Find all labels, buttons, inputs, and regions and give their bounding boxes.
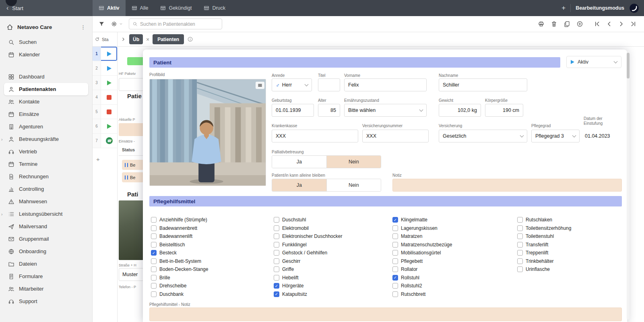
checkbox[interactable] (517, 217, 523, 223)
aid-checkbox-item[interactable]: Boden-Decken-Stange (151, 265, 268, 274)
aid-checkbox-item[interactable]: Treppenlift (517, 249, 622, 257)
titel-input[interactable] (318, 78, 340, 91)
palliativ-ja-button[interactable]: Ja (272, 156, 326, 168)
aid-checkbox-item[interactable]: Badewannenlift (151, 232, 268, 241)
more-dots-icon[interactable]: ⋮ (80, 24, 86, 30)
edit-mode-toggle-icon[interactable] (629, 3, 639, 13)
sidebar-item-leistungsuebersicht[interactable]: › Leistungsübersicht (4, 208, 88, 220)
sidebar-item-mitarbeiter[interactable]: Mitarbeiter (4, 283, 88, 295)
sidebar-item-support[interactable]: Support (4, 295, 88, 308)
checkbox[interactable] (392, 225, 398, 231)
aid-checkbox-item[interactable]: Toilettenstuhl (517, 232, 622, 241)
tab-patienten[interactable]: Patienten (153, 34, 184, 44)
checkbox[interactable] (151, 250, 157, 256)
sidebar-item-suchen[interactable]: Suchen (4, 36, 88, 48)
last-record-icon[interactable] (630, 21, 637, 27)
checkbox[interactable] (392, 283, 398, 289)
checkbox[interactable] (274, 217, 279, 223)
sidebar-item-einsaetze[interactable]: Einsätze (4, 108, 88, 120)
sidebar-item-patientenakten[interactable]: Patientenakten (4, 83, 88, 95)
checkbox[interactable] (392, 258, 398, 264)
checkbox[interactable] (517, 266, 523, 272)
aid-checkbox-item[interactable]: Funkklingel (274, 241, 391, 249)
aid-checkbox-item[interactable]: Rollstuhl2 (392, 282, 510, 290)
aid-checkbox-item[interactable]: Drehscheibe (151, 282, 268, 290)
sidebar-item-betreuungskraefte[interactable]: › Betreuungskräfte (4, 133, 88, 145)
aktuelle-field[interactable] (119, 123, 144, 136)
checkbox[interactable] (151, 233, 157, 239)
checkbox[interactable] (517, 233, 523, 239)
aid-checkbox-item[interactable]: Bett-in-Bett-System (151, 257, 268, 266)
aid-checkbox-item[interactable]: Lagerungskissen (392, 224, 510, 233)
sidebar-item-agenturen[interactable]: Agenturen (4, 120, 88, 133)
checkbox[interactable] (151, 225, 157, 231)
aid-checkbox-item[interactable]: Matratzenschutzbezüge (392, 241, 510, 249)
app-header[interactable]: Netaveo Care ⋮ (0, 16, 92, 35)
checkbox[interactable] (151, 258, 157, 264)
status-badge[interactable]: Be (122, 172, 144, 182)
expand-chevron-icon[interactable]: › (1, 137, 2, 141)
aid-checkbox-item[interactable]: Transferlift (517, 241, 622, 249)
checkbox[interactable] (392, 250, 398, 256)
patient-status-dropdown[interactable]: Aktiv (566, 56, 621, 68)
tab-uebersicht[interactable]: Üb (129, 34, 143, 44)
record-row[interactable]: 6 (93, 119, 117, 134)
checkbox[interactable] (151, 275, 157, 281)
checkbox[interactable] (151, 242, 157, 248)
filter-icon[interactable] (98, 21, 105, 27)
checkbox[interactable] (274, 242, 279, 248)
record-filter-tab[interactable]: Gekündigt (154, 0, 198, 16)
aid-checkbox-item[interactable]: Trinkbehälter (517, 257, 622, 266)
checkbox[interactable] (274, 291, 279, 297)
checkbox[interactable] (274, 275, 279, 281)
chevron-right-icon[interactable] (121, 37, 126, 42)
duplicate-icon[interactable] (564, 21, 570, 27)
aid-checkbox-item[interactable]: Katapultsitz (274, 290, 391, 299)
gewicht-input[interactable]: 102,0 kg (439, 104, 481, 117)
aid-checkbox-item[interactable]: Toilettensitzerhöhung (517, 224, 622, 233)
record-row[interactable]: 1 (93, 47, 117, 61)
ernaehrungszustand-select[interactable]: Bitte wählen (344, 104, 427, 117)
checkbox[interactable] (151, 217, 157, 223)
sidebar-item-mahnwesen[interactable]: Mahnwesen (4, 195, 88, 208)
aid-checkbox-item[interactable]: Elektronischer Duschhocker (274, 232, 391, 241)
einstufung-value[interactable]: 01.04.2023 (584, 130, 622, 142)
aid-checkbox-item[interactable]: Rutschbrett (392, 290, 510, 299)
sidebar-item-dateien[interactable]: Dateien (4, 258, 88, 270)
search-input[interactable] (140, 21, 219, 27)
checkbox[interactable] (151, 291, 157, 297)
alleine-ja-button[interactable]: Ja (272, 179, 326, 191)
sidebar-item-formulare[interactable]: Formulare (4, 270, 88, 283)
record-row[interactable]: 2 (93, 61, 117, 76)
aid-checkbox-item[interactable]: Hörgeräte (274, 282, 391, 290)
aid-checkbox-item[interactable]: Griffe (274, 265, 391, 274)
pflegegrad-select[interactable]: Pflegegrad 3 (531, 130, 580, 142)
aid-checkbox-item[interactable]: Rollator (392, 265, 510, 274)
aid-checkbox-item[interactable]: Brille (151, 274, 268, 282)
aid-checkbox-item[interactable]: Urinflasche (517, 265, 622, 274)
checkbox[interactable] (392, 217, 398, 223)
anrede-select[interactable]: ♂ Herr (272, 78, 312, 91)
print-icon[interactable] (538, 21, 545, 27)
search-box[interactable] (129, 19, 222, 29)
sidebar-item-termine[interactable]: Termine (4, 158, 88, 170)
sidebar-item-rechnungen[interactable]: Rechnungen (4, 170, 88, 183)
checkbox[interactable] (392, 275, 398, 281)
aid-checkbox-item[interactable]: Anziehhilfe (Strümpfe) (151, 216, 268, 224)
checkbox[interactable] (274, 266, 279, 272)
aid-checkbox-item[interactable]: Besteck (151, 249, 268, 257)
checkbox[interactable] (392, 291, 398, 297)
checkbox[interactable] (274, 250, 279, 256)
koerpergroesse-input[interactable]: 190 cm (485, 104, 523, 117)
expand-chevron-icon[interactable]: › (1, 212, 2, 216)
aid-checkbox-item[interactable]: Duschstuhl (274, 216, 391, 224)
checkbox[interactable] (274, 233, 279, 239)
aid-checkbox-item[interactable]: Elektromobil (274, 224, 391, 233)
palliativ-nein-button[interactable]: Nein (326, 156, 381, 168)
aid-checkbox-item[interactable]: Matratzen (392, 232, 510, 241)
sidebar-item-onboarding[interactable]: Onboarding (4, 245, 88, 258)
sidebar-item-gruppenmail[interactable]: Gruppenmail (4, 233, 88, 245)
checkbox[interactable] (274, 258, 279, 264)
sidebar-item-dashboard[interactable]: Dashboard (4, 70, 88, 83)
aid-checkbox-item[interactable]: Pflegebett (392, 257, 510, 266)
